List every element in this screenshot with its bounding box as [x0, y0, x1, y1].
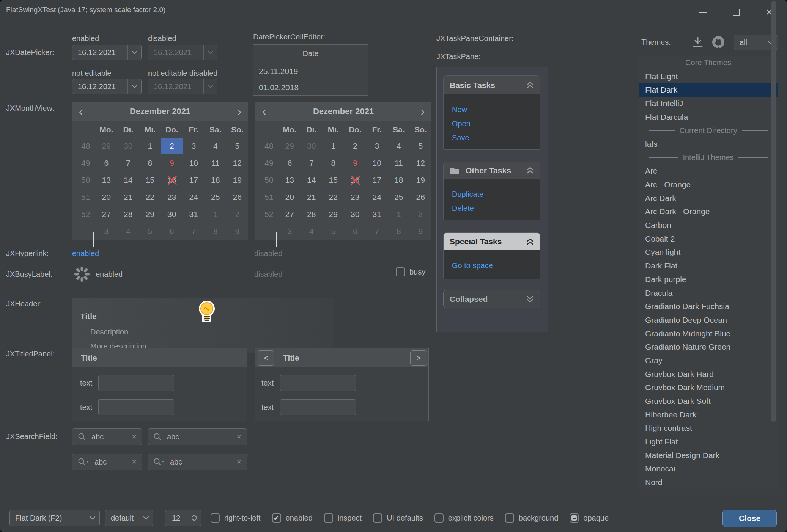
day-cell[interactable]: 5	[227, 138, 249, 154]
day-cell[interactable]: 8	[323, 155, 345, 171]
collapse-icon[interactable]	[526, 167, 534, 174]
day-cell[interactable]: 26	[227, 190, 249, 205]
day-cell[interactable]: 25	[388, 190, 410, 205]
day-cell[interactable]: 1	[323, 138, 345, 154]
day-cell[interactable]: 31	[366, 207, 388, 222]
github-icon[interactable]	[711, 35, 726, 49]
day-cell[interactable]: 12	[410, 155, 432, 171]
day-cell[interactable]: 30	[301, 138, 323, 154]
theme-item-arc-dark[interactable]: Arc Dark	[639, 191, 778, 205]
day-cell[interactable]: 13	[96, 173, 118, 188]
day-cell[interactable]: 6	[161, 224, 183, 239]
day-cell[interactable]: 30	[117, 138, 139, 154]
day-cell[interactable]: 15	[323, 173, 345, 188]
day-cell[interactable]: 4	[205, 138, 227, 154]
toolbar-right-to-left-checkbox[interactable]	[211, 513, 220, 523]
day-cell[interactable]: 30	[161, 207, 183, 222]
theme-item-gradianto-deep-ocean[interactable]: Gradianto Deep Ocean	[639, 313, 778, 327]
day-cell[interactable]: 19	[227, 173, 249, 188]
day-cell[interactable]: 7	[117, 155, 139, 171]
next-month-icon[interactable]: ›	[421, 106, 425, 117]
theme-item-light-flat[interactable]: Light Flat	[639, 435, 778, 449]
taskpane-link-go-to-space[interactable]: Go to space	[452, 259, 532, 273]
day-cell[interactable]: 22	[139, 190, 161, 205]
taskpane-link-save[interactable]: Save	[452, 131, 532, 145]
search-input-value[interactable]: abc	[86, 433, 132, 441]
theme-item-flat-darcula[interactable]: Flat Darcula	[639, 110, 778, 124]
themes-list-scrollbar[interactable]	[771, 1, 776, 422]
day-cell[interactable]: 9	[161, 155, 183, 171]
titled-panel-next-button[interactable]: >	[410, 350, 427, 366]
collapse-icon[interactable]	[526, 82, 534, 89]
theme-item-high-contrast[interactable]: High contrast	[639, 422, 778, 435]
day-cell[interactable]: 6	[344, 224, 366, 239]
day-cell[interactable]: 16	[344, 173, 366, 188]
titled-panel-2-text-field-2[interactable]	[280, 399, 356, 415]
day-cell[interactable]: 12	[227, 155, 249, 171]
search-field-3[interactable]: abc×	[72, 454, 142, 470]
theme-item-cyan-light[interactable]: Cyan light	[639, 246, 778, 259]
monthview-calendar-2[interactable]: ‹Dezember 2021›Mo.Di.Mi.Do.Fr.Sa.So.4829…	[255, 102, 431, 240]
chevron-down-icon[interactable]	[127, 45, 141, 60]
day-cell[interactable]: 21	[301, 190, 323, 205]
day-cell[interactable]: 18	[388, 173, 410, 188]
spinner-buttons[interactable]	[187, 510, 201, 526]
titled-panel-1-text-field-1[interactable]	[98, 375, 174, 391]
day-cell[interactable]: 6	[279, 155, 301, 171]
day-cell[interactable]: 6	[96, 155, 118, 171]
day-cell[interactable]: 3	[183, 138, 205, 154]
laf-combo[interactable]: Flat Dark (F2)	[9, 510, 100, 526]
next-month-icon[interactable]: ›	[238, 106, 241, 117]
day-cell[interactable]: 5	[323, 224, 345, 239]
table-row[interactable]: 01.02.2018	[253, 79, 368, 96]
clear-search-icon[interactable]: ×	[132, 432, 137, 442]
download-icon[interactable]	[691, 36, 704, 49]
day-cell[interactable]: 17	[366, 173, 388, 188]
day-cell[interactable]: 11	[388, 155, 410, 171]
clear-search-icon[interactable]: ×	[236, 457, 241, 467]
day-cell[interactable]: 10	[366, 155, 388, 171]
theme-item-material-design-dark[interactable]: Material Design Dark	[639, 449, 778, 462]
day-cell[interactable]: 24	[366, 190, 388, 205]
search-field-1[interactable]: abc×	[72, 428, 142, 445]
day-cell[interactable]: 29	[279, 138, 301, 154]
theme-item-arc-dark-orange[interactable]: Arc Dark - Orange	[639, 205, 778, 219]
taskpane-header[interactable]: Other Tasks	[444, 162, 540, 179]
day-cell[interactable]: 29	[323, 207, 345, 222]
search-input-value[interactable]: abc	[89, 458, 132, 466]
day-cell[interactable]: 2	[344, 138, 366, 154]
day-cell[interactable]: 16	[161, 173, 183, 188]
day-cell[interactable]: 1	[388, 207, 410, 222]
theme-item-arc-orange[interactable]: Arc - Orange	[639, 178, 778, 191]
theme-item-lafs[interactable]: lafs	[639, 137, 778, 151]
theme-item-dark-flat[interactable]: Dark Flat	[639, 259, 778, 273]
prev-month-icon[interactable]: ‹	[262, 106, 266, 117]
day-cell[interactable]: 23	[344, 190, 366, 205]
theme-item-gradianto-midnight-blue[interactable]: Gradianto Midnight Blue	[639, 327, 778, 341]
day-cell[interactable]: 20	[279, 190, 301, 205]
titled-panel-prev-button[interactable]: <	[258, 350, 274, 366]
collapse-icon[interactable]	[526, 238, 534, 245]
maximize-button[interactable]	[727, 5, 745, 19]
taskpane-link-delete[interactable]: Delete	[452, 201, 532, 215]
theme-item-gradianto-nature-green[interactable]: Gradianto Nature Green	[639, 340, 778, 354]
toolbar-enabled-checkbox[interactable]: ✓	[272, 513, 281, 523]
date-table-header[interactable]: Date	[253, 45, 368, 63]
search-input-value[interactable]: abc	[162, 433, 236, 441]
day-cell[interactable]: 28	[117, 207, 139, 222]
day-cell[interactable]: 3	[279, 224, 301, 239]
chevron-down-icon[interactable]	[127, 79, 141, 94]
day-cell[interactable]: 10	[183, 155, 205, 171]
theme-item-flat-light[interactable]: Flat Light	[639, 70, 778, 83]
day-cell[interactable]: 23	[161, 190, 183, 205]
day-cell[interactable]: 8	[205, 224, 227, 239]
theme-item-gruvbox-dark-medium[interactable]: Gruvbox Dark Medium	[639, 381, 778, 395]
toolbar-ui-defaults-checkbox[interactable]	[373, 513, 382, 523]
taskpane-header[interactable]: Basic Tasks	[444, 76, 540, 94]
titled-panel-2-text-field-1[interactable]	[280, 375, 356, 391]
theme-item-cobalt-2[interactable]: Cobalt 2	[639, 232, 778, 246]
theme-item-carbon[interactable]: Carbon	[639, 218, 778, 232]
theme-item-gray[interactable]: Gray	[639, 354, 778, 367]
table-row[interactable]: 25.11.2019	[253, 63, 368, 79]
theme-item-flat-intellij[interactable]: Flat IntelliJ	[639, 97, 778, 110]
